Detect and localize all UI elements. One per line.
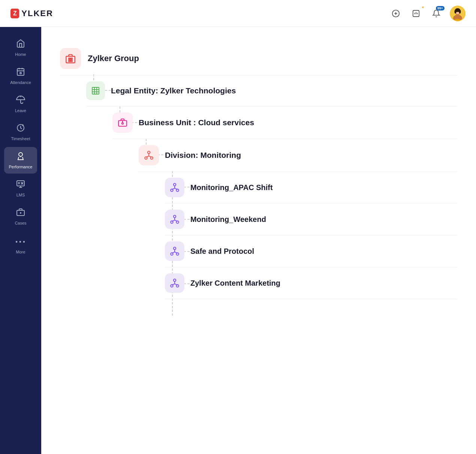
logo: Z YLKER: [10, 9, 53, 18]
tree-node-team3[interactable]: Safe and Protocol: [165, 235, 457, 267]
sidebar-label-cases: Cases: [15, 221, 26, 225]
svg-point-84: [174, 279, 176, 282]
svg-rect-50: [69, 60, 70, 62]
logo-text: YLKER: [21, 9, 53, 18]
app-layout: Home Attendance Leave: [0, 27, 476, 454]
node-icon-business: [112, 112, 133, 133]
svg-rect-52: [92, 87, 99, 94]
tree-node-business[interactable]: Business Unit : Cloud services: [112, 106, 457, 139]
node-label-team3: Safe and Protocol: [190, 247, 254, 256]
node-icon-team4: [165, 273, 184, 293]
svg-point-13: [459, 10, 461, 13]
cases-icon: [16, 208, 25, 219]
node-icon-legal: [86, 81, 105, 100]
tree-node-legal[interactable]: Legal Entity: Zylker Technologies: [86, 75, 457, 106]
help-button[interactable]: ✦: [409, 7, 423, 20]
node-icon-team2: [165, 210, 184, 229]
sidebar-label-timesheet: Timesheet: [11, 136, 30, 141]
sidebar-item-performance[interactable]: Performance: [4, 147, 37, 174]
svg-point-72: [174, 215, 176, 218]
home-icon: [16, 39, 25, 50]
sidebar-label-attendance: Attendance: [10, 80, 31, 85]
sidebar-item-attendance[interactable]: Attendance: [4, 63, 37, 89]
svg-point-12: [455, 10, 457, 13]
lms-icon: [16, 180, 25, 191]
sidebar-item-more[interactable]: ··· More: [4, 231, 37, 259]
node-icon-team1: [165, 178, 184, 197]
performance-icon: [16, 151, 25, 163]
sidebar-label-more: More: [16, 250, 25, 254]
node-icon-team3: [165, 241, 184, 261]
svg-point-23: [19, 153, 22, 156]
main-content: Zylker Group Legal Entity: Zylker Techno…: [41, 27, 476, 454]
svg-point-15: [458, 11, 459, 12]
sidebar-item-lms[interactable]: LMS: [4, 175, 37, 202]
org-tree: Zylker Group Legal Entity: Zylker Techno…: [60, 42, 457, 379]
notification-button[interactable]: 99+: [430, 7, 443, 20]
tree-node-team2[interactable]: Monitoring_Weekend: [165, 204, 457, 235]
node-label-legal: Legal Entity: Zylker Technologies: [111, 86, 236, 95]
node-label-team4: Zylker Content Marketing: [190, 279, 280, 288]
sidebar-item-home[interactable]: Home: [4, 34, 37, 61]
node-icon-division: [139, 145, 159, 165]
svg-rect-48: [69, 58, 70, 60]
header-actions: ✦ 99+: [389, 6, 466, 21]
svg-point-60: [148, 151, 150, 154]
node-label-root: Zylker Group: [88, 54, 139, 63]
tree-node-team1[interactable]: Monitoring_APAC Shift: [165, 172, 457, 204]
sidebar-label-lms: LMS: [16, 193, 25, 197]
header: Z YLKER ✦ 99+: [0, 0, 476, 27]
svg-rect-49: [71, 58, 72, 60]
sidebar-item-leave[interactable]: Leave: [4, 91, 37, 117]
svg-point-66: [174, 183, 176, 186]
sidebar-item-cases[interactable]: Cases: [4, 203, 37, 230]
more-icon: ···: [15, 236, 26, 248]
svg-point-58: [122, 123, 123, 124]
svg-rect-51: [71, 60, 72, 62]
avatar[interactable]: [450, 6, 466, 21]
svg-point-20: [20, 72, 21, 74]
node-icon-root: [60, 48, 81, 69]
sidebar-label-home: Home: [15, 52, 26, 57]
add-button[interactable]: [389, 7, 403, 20]
svg-point-78: [174, 247, 176, 250]
tree-node-team4[interactable]: Zylker Content Marketing: [165, 267, 457, 299]
leave-icon: [16, 95, 25, 106]
sidebar-item-timesheet[interactable]: Timesheet: [4, 119, 37, 145]
timesheet-icon: [16, 123, 25, 135]
node-label-business: Business Unit : Cloud services: [139, 118, 254, 127]
tree-node-division[interactable]: Division: Monitoring: [139, 139, 457, 172]
sidebar-label-performance: Performance: [9, 165, 33, 169]
attendance-icon: [16, 67, 25, 78]
node-label-team1: Monitoring_APAC Shift: [190, 183, 273, 192]
logo-icon: Z: [10, 9, 19, 18]
node-label-team2: Monitoring_Weekend: [190, 215, 266, 224]
tree-node-root[interactable]: Zylker Group: [60, 42, 457, 75]
svg-rect-46: [66, 56, 75, 63]
sidebar: Home Attendance Leave: [0, 27, 41, 454]
svg-point-14: [456, 11, 457, 12]
sidebar-label-leave: Leave: [15, 108, 26, 113]
notification-badge: 99+: [436, 6, 445, 10]
node-label-division: Division: Monitoring: [165, 151, 241, 160]
